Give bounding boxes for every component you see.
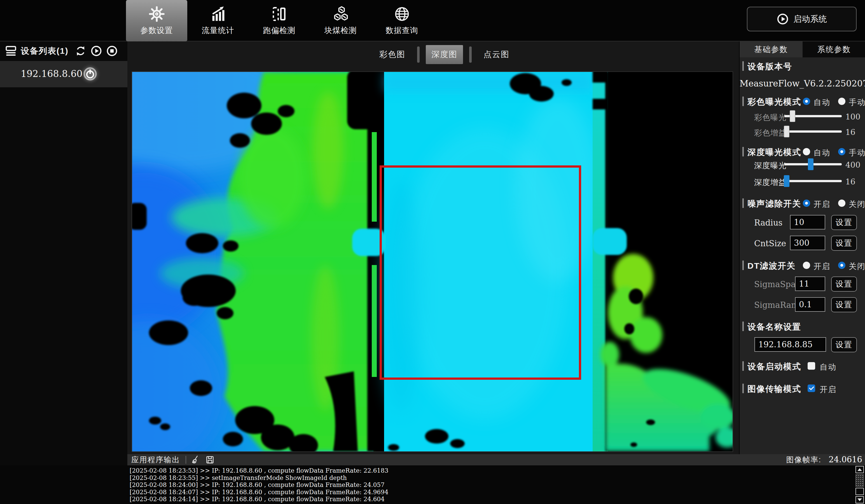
slider-color-exposure: 彩色曝光 100 [740,112,865,121]
tab-depth-image[interactable]: 深度图 [426,45,463,64]
log-scrollbar[interactable] [855,466,864,503]
coal-blocks-icon [332,5,349,22]
slider-value: 16 [845,177,855,186]
radio-color-auto[interactable] [803,98,810,105]
transfer-mode-checkbox[interactable] [808,385,815,392]
section-dt-filter: DT滤波开关 开启 关闭 [742,260,865,270]
cntsize-set-button[interactable]: 设置 [831,236,857,251]
radio-noise-on[interactable] [803,200,810,207]
field-sigmarange: SigmaRange 设置 [740,297,865,312]
section-accent [742,260,744,270]
scroll-up-button[interactable] [855,466,864,473]
save-icon [205,455,215,465]
color-gain-slider[interactable] [784,130,842,133]
scroll-down-button[interactable] [855,496,864,503]
device-power-button[interactable] [82,66,98,82]
sigmaspace-set-button[interactable]: 设置 [831,277,857,292]
slider-handle[interactable] [790,110,795,122]
nav-data-query[interactable]: 数据查询 [371,0,432,42]
slider-color-gain: 彩色增益 16 [740,127,865,136]
device-list-item[interactable]: 192.168.8.60 [0,61,127,87]
section-title: 设备名称设置 [747,321,801,333]
nav-label: 跑偏检测 [263,25,296,36]
section-title: 设备启动模式 [747,361,801,373]
bar-chart-icon [210,5,227,22]
sigmarange-set-button[interactable]: 设置 [831,297,857,312]
tab-basic-params[interactable]: 基础参数 [740,42,803,57]
field-cntsize: CntSize 设置 [740,236,865,251]
device-name-set-button[interactable]: 设置 [831,337,857,352]
clear-log-button[interactable] [191,455,201,465]
broom-icon [191,455,201,465]
nav-deviation-detection[interactable]: 跑偏检测 [249,0,310,42]
tab-color-image[interactable]: 彩色图 [374,45,411,64]
slider-handle[interactable] [784,126,789,137]
nav-coal-detection[interactable]: 块煤检测 [310,0,371,42]
slider-value: 16 [845,128,855,137]
arrow-up-icon [857,468,862,471]
device-ip: 192.168.8.60 [21,68,82,79]
depth-gain-slider[interactable] [784,180,842,182]
start-device-button[interactable] [90,45,102,57]
tab-system-params[interactable]: 系统参数 [803,42,865,57]
play-circle-icon [776,13,789,25]
tab-separator [469,46,472,63]
radio-depth-auto-label: 自动 [814,148,830,158]
radius-set-button[interactable]: 设置 [831,215,857,230]
refresh-icon [75,45,86,57]
radio-dt-off-label: 关闭 [849,261,865,272]
scrollbar-track-button[interactable] [855,488,864,495]
section-device-version: 设备版本号 [742,61,865,71]
device-list-title: 设备列表(1) [21,45,69,57]
log-line: [2025-02-08 18:24:14] >> IP: 192.168.8.6… [130,496,388,503]
nav-label: 流量统计 [202,25,234,36]
start-system-button[interactable]: 启动系统 [747,7,857,31]
device-list-icon [4,45,18,57]
nav-label: 块煤检测 [324,25,357,36]
slider-handle[interactable] [784,175,789,187]
sigmarange-input[interactable] [795,297,825,312]
radio-noise-off[interactable] [838,200,845,207]
depth-image-view[interactable] [131,71,733,452]
radio-dt-off[interactable] [838,262,845,269]
tab-point-cloud[interactable]: 点云图 [478,45,515,64]
section-accent [742,321,744,331]
radius-input[interactable] [790,215,825,230]
framerate-readout: 图像帧率: 24.0616 [786,455,862,465]
log-lines: [2025-02-08 18:23:53] >> IP: 192.168.8.6… [130,467,388,503]
gear-icon [148,5,165,22]
start-mode-checkbox[interactable] [808,362,815,370]
section-device-name: 设备名称设置 [742,321,865,331]
section-title: DT滤波开关 [747,260,796,272]
device-version-value: MeasureFlow_V6.2.2.250207 [740,78,865,89]
slider-label: 彩色增益 [754,128,787,138]
slider-handle[interactable] [808,159,814,170]
save-log-button[interactable] [205,455,215,465]
section-noise-filter: 噪声滤除开关 开启 关闭 [742,198,865,208]
slider-value: 400 [845,160,860,169]
depth-exposure-slider[interactable] [784,163,842,165]
scrollbar-thumb[interactable] [855,474,864,487]
nav-flow-statistics[interactable]: 流量统计 [187,0,249,42]
radio-depth-manual[interactable] [838,148,845,155]
slider-value: 100 [845,112,860,121]
radio-depth-manual-label: 手动 [849,148,865,158]
nav-label: 参数设置 [140,25,173,36]
radio-dt-on[interactable] [803,262,810,269]
section-title: 彩色曝光模式 [747,96,801,108]
cntsize-input[interactable] [790,236,825,250]
nav-parameter-settings[interactable]: 参数设置 [126,0,187,42]
section-accent [742,384,744,393]
nav-label: 数据查询 [386,25,418,36]
radio-depth-auto[interactable] [803,148,810,155]
sigmaspace-input[interactable] [795,277,825,291]
start-mode-option-label: 自动 [820,362,837,373]
device-name-input[interactable] [754,337,826,352]
radio-dt-on-label: 开启 [814,261,830,272]
color-exposure-slider[interactable] [784,115,842,117]
radio-color-manual[interactable] [838,98,845,105]
application-log[interactable]: [2025-02-08 18:23:53] >> IP: 192.168.8.6… [0,465,865,504]
stop-device-button[interactable] [106,45,118,57]
refresh-devices-button[interactable] [75,45,86,57]
framerate-label: 图像帧率: [786,455,822,465]
